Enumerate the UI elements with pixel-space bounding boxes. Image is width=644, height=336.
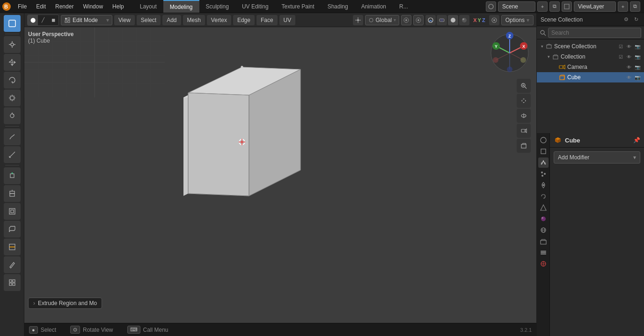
orbit-btn[interactable] (517, 109, 531, 123)
status-bar: ● Select ⊙ Rotate View ⌨ Call Menu 3.2.1 (24, 323, 536, 336)
view-menu-btn[interactable]: View (114, 15, 135, 25)
scale-tool-btn[interactable] (4, 90, 21, 106)
sync-icon[interactable]: ↻ (632, 15, 640, 24)
snap-toggle[interactable] (401, 15, 411, 25)
status-rotate: ⊙ Rotate View (70, 326, 113, 334)
proportional-edit[interactable] (413, 15, 424, 25)
physics-props-icon[interactable] (538, 180, 549, 190)
new-scene-btn[interactable]: + (537, 1, 548, 12)
loopcut-btn[interactable] (4, 239, 21, 255)
add-modifier-btn[interactable]: Add Modifier ▾ (554, 151, 640, 164)
camera-eye[interactable]: 👁 (625, 63, 633, 71)
outliner-row-cube[interactable]: Cube 👁 📷 (537, 72, 644, 82)
constraints-props-icon[interactable] (538, 191, 549, 202)
tab-uv-editing[interactable]: UV Editing (235, 0, 275, 13)
extrude-btn[interactable] (4, 185, 21, 202)
transform-select[interactable]: Global ▾ (365, 15, 400, 25)
tab-other[interactable]: R... (393, 0, 415, 13)
viewlayer-selector[interactable]: ViewLayer (574, 1, 616, 12)
menu-render[interactable]: Render (51, 0, 78, 13)
vertex-menu-btn[interactable]: Vertex (207, 15, 231, 25)
tab-modeling[interactable]: Modeling (163, 0, 199, 13)
zoom-btn[interactable] (517, 79, 531, 93)
new-viewlayer-btn[interactable]: + (618, 1, 628, 12)
scene-selector[interactable]: Scene (498, 1, 535, 12)
menu-window[interactable]: Window (78, 0, 108, 13)
scene-collection-eye[interactable]: 👁 (625, 43, 633, 50)
particles-props-icon[interactable] (538, 169, 549, 179)
edge-menu-btn[interactable]: Edge (233, 15, 255, 25)
viewport-canvas[interactable]: User Perspective (1) Cube X Y (24, 27, 536, 323)
blender-logo: B (0, 0, 13, 13)
scene-collection-camera[interactable]: 📷 (634, 43, 641, 50)
object-props-icon[interactable] (538, 259, 549, 269)
vertex-mode-btn[interactable]: ⬤ (28, 15, 38, 25)
pin-icon[interactable]: 📌 (633, 137, 640, 143)
tab-shading[interactable]: Shading (321, 0, 355, 13)
render-prop-icon[interactable] (489, 15, 499, 25)
overlay-icon[interactable] (425, 15, 436, 25)
menu-file[interactable]: File (13, 0, 31, 13)
tab-texture-paint[interactable]: Texture Paint (275, 0, 321, 13)
pivot-point-icon[interactable] (353, 15, 363, 25)
knife-btn[interactable] (4, 256, 21, 273)
face-menu-btn[interactable]: Face (256, 15, 278, 25)
viewport-shading-solid[interactable] (448, 15, 458, 25)
tab-animation[interactable]: Animation (355, 0, 393, 13)
pan-btn[interactable] (517, 94, 531, 108)
viewport-shading-material[interactable] (459, 15, 469, 25)
object-data-props-icon[interactable] (538, 202, 549, 213)
copy-viewlayer-btn[interactable]: ⧉ (630, 1, 640, 12)
inset-btn[interactable] (4, 203, 21, 220)
edge-mode-btn[interactable]: ╱ (38, 15, 48, 25)
cursor-tool-btn[interactable] (4, 36, 21, 53)
tab-layout[interactable]: Layout (133, 0, 163, 13)
scene-collection-checkbox[interactable]: ☑ (617, 43, 624, 50)
xray-icon[interactable] (437, 15, 447, 25)
mesh-menu-btn[interactable]: Mesh (183, 15, 205, 25)
measure-tool-btn[interactable] (4, 146, 21, 163)
transform-tool-btn[interactable] (4, 107, 21, 124)
tab-sculpting[interactable]: Sculpting (199, 0, 235, 13)
perspective-toggle-btn[interactable] (517, 139, 531, 153)
material-props-icon[interactable] (538, 214, 549, 224)
collection-camera[interactable]: 📷 (634, 53, 641, 60)
move-tool-btn[interactable] (4, 54, 21, 71)
svg-text:Z: Z (508, 34, 511, 38)
nav-gizmo[interactable]: X Y Z (489, 32, 531, 74)
bevel-btn[interactable] (4, 221, 21, 238)
menu-edit[interactable]: Edit (31, 0, 51, 13)
outliner-row-collection[interactable]: ▾ Collection ☑ 👁 📷 (537, 52, 644, 62)
menu-help[interactable]: Help (108, 0, 129, 13)
select-tool-btn[interactable] (4, 15, 21, 32)
add-cube-btn[interactable] (4, 167, 21, 184)
cube-camera-icon[interactable]: 📷 (634, 74, 641, 81)
add-menu-btn[interactable]: Add (162, 15, 181, 25)
mode-selector[interactable]: Edit Mode ▾ (61, 15, 112, 25)
properties-icons-column (537, 133, 550, 336)
outliner-row-camera[interactable]: Camera 👁 📷 (537, 62, 644, 72)
camera-view-btn[interactable] (517, 124, 531, 138)
annotate-tool-btn[interactable] (4, 128, 21, 145)
filter-icon[interactable]: ⚙ (622, 15, 630, 24)
view-layer-props-icon[interactable] (538, 247, 549, 258)
face-mode-btn[interactable]: ◼ (48, 15, 59, 25)
uv-menu-btn[interactable]: UV (279, 15, 296, 25)
scene-props-icon[interactable] (538, 236, 549, 246)
render-props-icon[interactable] (538, 135, 549, 145)
copy-scene-btn[interactable]: ⧉ (549, 1, 560, 12)
rotate-tool-btn[interactable] (4, 72, 21, 89)
polyquilt-btn[interactable] (4, 274, 21, 291)
output-props-icon[interactable] (538, 146, 549, 157)
collection-eye[interactable]: 👁 (625, 53, 633, 60)
collection-checkbox[interactable]: ☑ (617, 53, 624, 60)
outliner-row-scene-collection[interactable]: ▾ Scene Collection ☑ 👁 📷 (537, 41, 644, 52)
cube-eye[interactable]: 👁 (625, 74, 633, 81)
camera-camera-icon[interactable]: 📷 (634, 63, 641, 71)
world-props-icon[interactable] (538, 225, 549, 235)
outliner-search-input[interactable] (548, 28, 641, 38)
modifier-props-icon[interactable] (538, 157, 549, 168)
select-menu-btn[interactable]: Select (137, 15, 161, 25)
options-btn[interactable]: Options ▾ (501, 15, 534, 25)
svg-rect-108 (521, 129, 525, 132)
